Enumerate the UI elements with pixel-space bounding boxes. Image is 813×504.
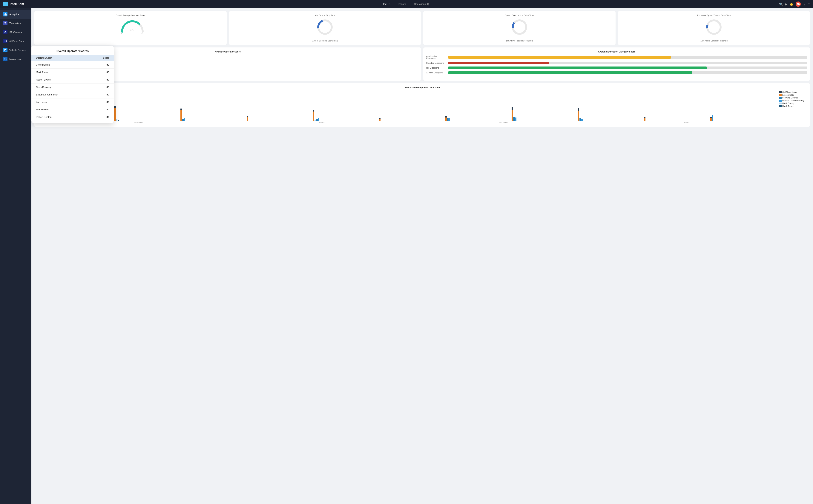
svg-rect-18: [5, 58, 5, 58]
more-icon[interactable]: ⋮: [803, 2, 806, 6]
exception-label: Speeding Exceptions: [426, 62, 447, 64]
operator-score: 80: [87, 84, 114, 91]
app-body: Analytics Telematics SP Cam: [0, 8, 813, 504]
metric-card-speed-over: Speed Over Limit to Drive Time 14% Above…: [423, 11, 616, 45]
exception-bar-fill: [448, 56, 671, 59]
nav-tabs: Fleet IQ Reports Operations IQ: [32, 0, 779, 8]
exception-label: AI Video Exceptions: [426, 72, 447, 74]
stacked-segment: [180, 110, 182, 121]
tab-reports[interactable]: Reports: [394, 0, 410, 8]
exception-row: AI Video Exceptions: [426, 71, 807, 74]
help-icon[interactable]: ?: [808, 2, 810, 6]
scorecard-bar-chart: [46, 91, 777, 121]
svg-rect-10: [5, 31, 6, 32]
stacked-segment: [449, 118, 450, 121]
bell-icon[interactable]: 🔔: [790, 2, 793, 6]
play-icon[interactable]: ▶: [785, 2, 787, 6]
stacked-segment: [318, 118, 319, 121]
stacked-segment: [180, 109, 182, 110]
legend-label: Following Distance: [782, 97, 798, 99]
table-row: Robert Keaton 80: [31, 113, 114, 121]
svg-rect-19: [5, 60, 5, 60]
bar-group: [313, 110, 378, 121]
exception-bar-fill: [448, 67, 707, 69]
svg-point-17: [5, 59, 6, 59]
scorecard-x-labels: 11/10/2022 11/12/2022 11/14/2022 11/16/2…: [37, 122, 777, 124]
metric-title-1: Idle Time to Stop Time: [315, 14, 335, 16]
metric-title-2: Speed Over Limit to Drive Time: [505, 14, 534, 16]
metric-cards-row: Overall Average Operator Score 85 0 100: [34, 11, 810, 45]
operator-score: 80: [87, 69, 114, 76]
stacked-bar: [316, 119, 318, 121]
legend-label: Cell Phone Usage: [782, 91, 797, 93]
exception-category-card: Average Exception Category Score Acceler…: [423, 47, 810, 81]
sidebar-item-vehicle[interactable]: Vehicle Service: [0, 46, 31, 55]
donut-speed: [511, 19, 528, 35]
exception-row: Idle Exceptions: [426, 67, 807, 69]
operator-name: Mark Pines: [31, 69, 87, 76]
sidebar-label-vehicle: Vehicle Service: [9, 49, 26, 52]
stacked-segment: [247, 117, 248, 121]
bar-group: [180, 109, 246, 121]
operator-name: Chris Downey: [31, 84, 87, 91]
stacked-segment: [579, 118, 581, 121]
stacked-bar: [712, 115, 713, 121]
bar-group: [114, 106, 180, 121]
stacked-bar: [114, 106, 116, 121]
stacked-segment: [316, 119, 318, 121]
exception-label: Idle Exceptions: [426, 67, 447, 69]
exception-bar-bg: [448, 62, 807, 64]
bar-group: [379, 118, 444, 121]
stacked-segment: [182, 119, 183, 121]
stacked-bar: [449, 118, 450, 121]
stacked-segment: [114, 108, 116, 121]
exception-row: Speeding Exceptions: [426, 62, 807, 64]
logo-icon: [3, 2, 8, 6]
stacked-segment: [712, 115, 713, 121]
app-logo[interactable]: IntelliShift: [3, 2, 24, 6]
stacked-segment: [118, 120, 119, 121]
user-avatar[interactable]: AB: [796, 1, 801, 7]
exception-category-title: Average Exception Category Score: [426, 50, 807, 53]
svg-text:85: 85: [130, 28, 134, 32]
stacked-bar: [445, 116, 447, 121]
svg-rect-20: [4, 59, 5, 59]
svg-marker-12: [6, 40, 7, 42]
tab-fleet-iq[interactable]: Fleet IQ: [378, 0, 394, 8]
metric-card-excessive-speed: Excessive Speed Time to Drive Time 7.9% …: [618, 11, 810, 45]
sidebar-item-telematics[interactable]: Telematics: [0, 19, 31, 28]
legend-color: [779, 100, 782, 102]
stacked-segment: [644, 118, 646, 121]
svg-point-29: [707, 20, 721, 34]
stacked-segment: [511, 107, 513, 110]
stacked-segment: [710, 118, 712, 121]
operator-table-title: Overall Operator Scores: [31, 46, 114, 55]
bar-group: [511, 107, 577, 121]
sidebar-item-maintenance[interactable]: Maintenance: [0, 55, 31, 64]
tab-operations-iq[interactable]: Operations IQ: [410, 0, 433, 8]
stacked-segment: [315, 120, 316, 121]
metric-card-operator-score: Overall Average Operator Score 85 0 100: [34, 11, 227, 45]
sidebar-item-dashcam[interactable]: AI Dash Cam: [0, 37, 31, 46]
stacked-bar: [315, 120, 316, 121]
donut-excessive: [706, 19, 722, 35]
metric-title-0: Overall Average Operator Score: [116, 14, 145, 16]
exception-bar-bg: [448, 56, 807, 59]
stacked-bar: [118, 120, 119, 121]
operator-name: Tom Welling: [31, 106, 87, 113]
maintenance-icon: [3, 57, 7, 61]
svg-rect-1: [4, 4, 7, 4]
sidebar-label-maintenance: Maintenance: [9, 58, 23, 61]
table-row: Robert Evans 80: [31, 76, 114, 84]
sidebar-item-analytics[interactable]: Analytics: [0, 10, 31, 19]
table-row: Tom Welling 80: [31, 106, 114, 113]
legend-label: Excessive Idle: [782, 94, 794, 96]
operator-name: Robert Evans: [31, 76, 87, 84]
legend-item: Cell Phone Usage: [779, 91, 807, 93]
sidebar-item-spcamera[interactable]: SP Camera: [0, 28, 31, 37]
table-row: Zoe Larson 80: [31, 98, 114, 106]
search-icon[interactable]: 🔍: [779, 2, 783, 6]
sidebar-label-spcamera: SP Camera: [9, 31, 22, 34]
stacked-segment: [184, 118, 185, 121]
bar-group: [578, 108, 643, 121]
